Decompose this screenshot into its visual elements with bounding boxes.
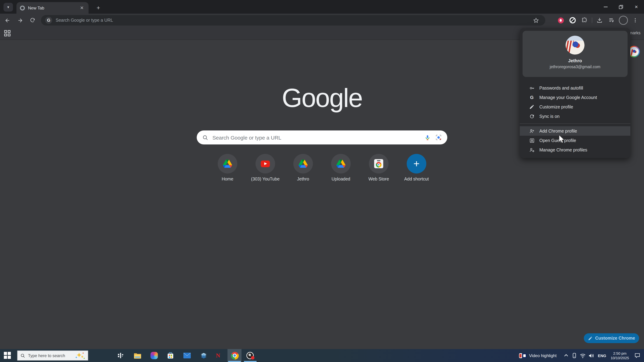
ntp-search-placeholder: Search Google or type a URL [212,134,424,140]
tray-clock[interactable]: 2:50 pm 10/10/2025 [608,351,632,360]
clock-date: 10/10/2025 [610,356,629,360]
pencil-icon [529,104,535,110]
guest-badge-icon [529,137,535,143]
mail-icon[interactable] [183,352,191,360]
shortcut-uploaded[interactable]: Uploaded [325,154,357,182]
taskbar-search-placeholder: Type here to search [28,353,74,358]
customize-chrome-button[interactable]: Customize Chrome [584,333,639,343]
chrome-running-indicator [228,361,241,362]
search-icon [20,353,25,358]
add-shortcut-button[interactable]: + Add shortcut [400,154,432,182]
drive-icon [298,159,308,168]
windows-taskbar: Type here to search N Video highlight [0,349,644,362]
menu-item-manage-chrome-profiles[interactable]: Manage Chrome profiles [520,145,630,155]
notifications-icon[interactable] [634,351,641,360]
downloads-icon[interactable] [594,14,606,26]
profile-menu: Jethro jethroregorosa3@gmail.com Passwor… [520,28,630,158]
taskbar-search-box[interactable]: Type here to search [17,351,88,361]
key-icon [529,85,535,91]
person-add-icon [529,128,535,134]
recording-dot [251,356,254,360]
mlb-icon[interactable] [519,353,526,358]
apps-grid-icon[interactable] [4,30,11,37]
plus-icon: + [413,158,420,169]
shortcut-home[interactable]: Home [212,154,244,182]
drive-icon [223,159,232,168]
pencil-icon [588,336,592,341]
profile-name: Jethro [568,58,582,63]
voice-search-icon[interactable] [424,134,430,140]
start-button[interactable] [4,352,11,359]
layers-app-icon[interactable] [200,352,208,360]
file-explorer-icon[interactable] [133,352,142,360]
language-indicator[interactable]: ENG [598,354,606,358]
new-tab-button[interactable]: + [94,3,103,12]
window-restore-button[interactable] [613,0,628,14]
sparkles-icon [74,351,85,360]
address-bar[interactable]: G Search Google or type a URL [41,15,545,25]
media-controls-icon[interactable] [606,14,618,26]
sync-icon [529,113,535,119]
tab-favicon-icon [20,5,25,10]
shortcut-web-store[interactable]: Web Store [362,154,395,182]
browser-titlebar: ▾ New Tab ✕ + ✕ [0,0,644,14]
forward-icon[interactable] [15,15,25,25]
network-icon[interactable] [579,351,586,360]
extension-badge-dark-icon[interactable] [567,14,578,26]
obs-running-indicator [244,361,256,362]
shortcut-youtube[interactable]: (303) YouTube [249,154,282,182]
youtube-icon [261,160,270,167]
window-close-button[interactable]: ✕ [628,0,644,14]
clock-time: 2:50 pm [613,351,626,355]
ntp-search-box[interactable]: Search Google or type a URL [197,130,447,144]
kebab-menu-icon[interactable] [629,14,641,26]
tray-device-icon[interactable] [570,351,578,360]
webstore-icon [374,159,383,168]
tray-chevron-up-icon[interactable] [562,351,570,360]
extensions-puzzle-icon[interactable] [578,14,590,26]
tab-search-chevron-icon[interactable]: ▾ [4,3,13,11]
extension-badge-red-icon[interactable] [555,14,567,26]
shortcut-jethro[interactable]: Jethro [287,154,319,182]
google-g-icon: G [529,94,535,100]
menu-item-add-chrome-profile[interactable]: Add Chrome profile [520,126,630,136]
toolbar-divider [592,17,592,23]
menu-item-passwords-and-autofill[interactable]: Passwords and autofill [520,83,630,93]
google-favicon-icon: G [45,17,52,24]
profile-avatar-button[interactable] [618,14,629,26]
browser-toolbar: G Search Google or type a URL [0,14,644,27]
microsoft-store-icon[interactable] [166,352,174,360]
profile-avatar [566,36,584,54]
menu-separator [520,123,630,124]
menu-item-sync-is-on[interactable]: Sync is on [520,112,630,121]
mouse-cursor [558,135,566,143]
netflix-icon[interactable]: N [216,352,220,360]
copilot-icon[interactable] [150,352,158,360]
menu-item-customize-profile[interactable]: Customize profile [520,102,630,112]
reload-icon[interactable] [27,15,38,25]
menu-item-manage-google-account[interactable]: G Manage your Google Account [520,93,630,102]
window-minimize-button[interactable] [598,0,613,14]
obs-studio-icon[interactable] [246,352,254,360]
back-icon[interactable] [2,15,12,25]
profile-email: jethroregorosa3@gmail.com [550,65,600,69]
tab-close-icon[interactable]: ✕ [79,5,85,11]
volume-icon[interactable] [587,351,595,360]
search-icon [202,134,208,140]
bookmark-star-icon[interactable] [530,14,542,26]
google-lens-icon[interactable] [436,134,442,141]
tab-new-tab[interactable]: New Tab ✕ [16,2,88,14]
address-bar-placeholder: Search Google or type a URL [56,18,530,23]
desktop-screen: ▾ New Tab ✕ + ✕ [0,0,644,362]
profile-card: Jethro jethroregorosa3@gmail.com [522,31,628,77]
people-gear-icon [529,147,535,153]
task-view-icon[interactable] [116,352,124,360]
drive-icon [336,159,346,168]
chrome-icon[interactable] [231,352,239,360]
tab-title: New Tab [28,5,79,10]
video-highlight-label[interactable]: Video highlight [529,353,556,358]
menu-item-open-guest-profile[interactable]: Open Guest profile [520,136,630,145]
